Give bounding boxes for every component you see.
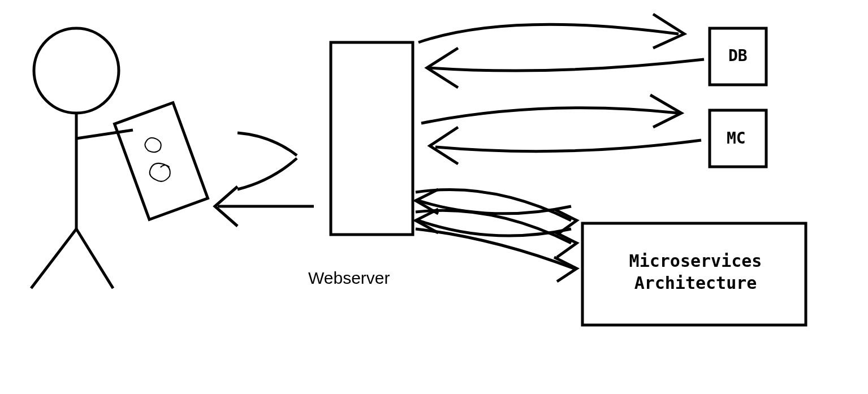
arrow-webserver-to-db — [418, 14, 684, 48]
microservices-label-line1: Microservices — [629, 251, 762, 271]
arrow-webserver-to-mc — [421, 95, 681, 127]
svg-rect-0 — [115, 103, 208, 220]
microservices-label-line2: Architecture — [634, 273, 757, 293]
user-arm — [76, 130, 133, 138]
mc-label: MC — [727, 129, 746, 148]
arrow-user-to-webserver — [237, 133, 297, 189]
user-leg-right — [76, 229, 113, 288]
phone-icon — [115, 103, 208, 220]
arrows-webserver-microservices — [416, 189, 577, 282]
arrow-webserver-to-user — [215, 187, 314, 226]
user-leg-left — [31, 229, 76, 288]
arrow-mc-to-webserver — [430, 127, 701, 164]
microservices-label: Microservices Architecture — [619, 250, 772, 294]
webserver-label: Webserver — [308, 269, 390, 288]
arrow-db-to-webserver — [427, 48, 704, 88]
user-head-icon — [34, 28, 119, 113]
webserver-box — [331, 42, 413, 235]
db-label: DB — [728, 46, 748, 65]
